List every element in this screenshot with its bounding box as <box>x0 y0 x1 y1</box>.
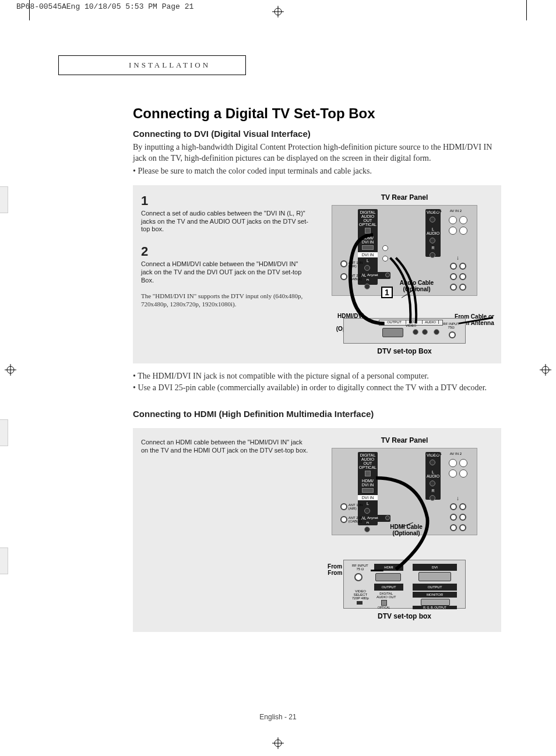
registration-mark-icon <box>272 737 284 751</box>
crop-mark <box>29 0 30 20</box>
dvi-diagram-box: 1 Connect a set of audio cables between … <box>133 185 501 363</box>
page-footer: English - 21 <box>0 713 556 721</box>
side-tab <box>0 547 8 574</box>
note-bullet: • The HDMI/DVI IN jack is not compatible… <box>133 372 494 381</box>
step-note: The "HDMI/DVI IN" supports the DTV input… <box>141 292 310 309</box>
page-title: Connecting a Digital TV Set-Top Box <box>133 105 507 122</box>
cable-lines <box>316 193 493 356</box>
svg-line-12 <box>459 317 493 323</box>
note-bullet: • Use a DVI 25-pin cable (commercially a… <box>133 383 494 393</box>
step-text: Connect an HDMI cable between the "HDMI/… <box>141 439 310 455</box>
dvi-intro: By inputting a high-bandwidth Digital Co… <box>133 142 494 164</box>
hdmi-subtitle: Connecting to HDMI (High Definition Mult… <box>133 409 507 419</box>
side-tab <box>0 419 8 446</box>
hdmi-diagram-box: Connect an HDMI cable between the "HDMI/… <box>133 428 501 632</box>
registration-mark-icon <box>5 364 16 378</box>
step-text: Connect a HDMI/DVI cable between the "HD… <box>141 260 310 284</box>
section-tab: INSTALLATION <box>58 55 246 75</box>
dvi-bullet: • Please be sure to match the color code… <box>133 167 494 176</box>
cable-lines <box>316 436 493 617</box>
page-content: INSTALLATION Connecting a Digital TV Set… <box>64 55 507 632</box>
print-header: BP68-00545AEng 10/18/05 5:53 PM Page 21 <box>16 2 193 11</box>
step-number: 1 <box>141 193 310 209</box>
step-number: 2 <box>141 244 310 259</box>
step-text: Connect a set of audio cables between th… <box>141 210 310 234</box>
registration-mark-icon <box>272 6 284 20</box>
dvi-subtitle: Connecting to DVI (Digital Visual Interf… <box>133 129 507 139</box>
crop-mark <box>526 0 527 20</box>
svg-line-15 <box>402 522 413 527</box>
side-tab <box>0 186 8 213</box>
registration-mark-icon <box>540 364 551 378</box>
